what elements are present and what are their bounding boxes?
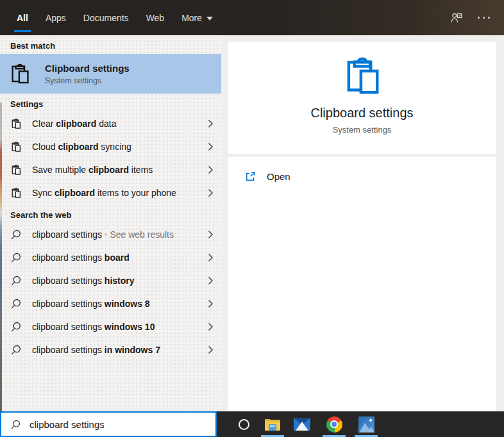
result-text-run: Sync bbox=[32, 188, 55, 198]
open-action[interactable]: Open bbox=[228, 165, 496, 188]
photos-icon bbox=[358, 416, 374, 433]
result-text: clipboard settings windows 10 bbox=[32, 322, 203, 332]
result-text: clipboard settings board bbox=[32, 252, 203, 263]
chrome-icon bbox=[326, 416, 342, 433]
result-text-run: clipboard settings bbox=[32, 229, 105, 240]
best-match-subtitle: System settings bbox=[45, 76, 130, 85]
clipboard-icon bbox=[10, 164, 22, 176]
tab-label: All bbox=[17, 13, 28, 23]
result-text-run: windows 8 bbox=[105, 299, 150, 309]
clipboard-icon bbox=[10, 187, 22, 199]
search-result-row[interactable]: clipboard settings in windows 7 bbox=[0, 338, 221, 361]
header-right bbox=[449, 0, 504, 35]
chevron-right-icon bbox=[208, 142, 214, 151]
chevron-right-icon bbox=[208, 299, 214, 308]
mail-icon bbox=[294, 418, 310, 431]
taskbar-chrome-button[interactable] bbox=[320, 411, 348, 437]
search-result-row[interactable]: Save multiple clipboard items bbox=[0, 158, 221, 181]
taskbar-photos-button[interactable] bbox=[352, 411, 380, 437]
result-text-run: clipboard bbox=[55, 188, 95, 198]
tab-documents[interactable]: Documents bbox=[83, 0, 130, 35]
chevron-right-icon bbox=[208, 230, 214, 239]
result-text-run: history bbox=[105, 276, 135, 286]
search-result-row[interactable]: Sync clipboard items to your phone bbox=[0, 181, 221, 204]
search-result-row[interactable]: clipboard settings board bbox=[0, 246, 221, 269]
result-text-run: clipboard bbox=[56, 119, 96, 129]
preview-card: Clipboard settings System settings bbox=[228, 42, 496, 154]
result-text-run: in windows 7 bbox=[105, 345, 160, 355]
result-text-run: clipboard settings bbox=[32, 345, 105, 355]
file-explorer-icon bbox=[264, 417, 281, 431]
taskbar-search-box[interactable] bbox=[0, 411, 217, 437]
best-match-title: Clipboard settings bbox=[45, 62, 130, 74]
clipboard-icon bbox=[10, 118, 22, 129]
result-text: Cloud clipboard syncing bbox=[32, 142, 203, 152]
search-icon bbox=[10, 419, 21, 430]
result-text-run: clipboard bbox=[58, 142, 98, 152]
result-text-run: Clear bbox=[32, 119, 56, 129]
preview-title: Clipboard settings bbox=[310, 106, 413, 120]
result-text-run: clipboard settings bbox=[32, 276, 105, 286]
chevron-right-icon bbox=[208, 188, 214, 197]
result-text-run: clipboard bbox=[88, 165, 129, 175]
search-icon bbox=[10, 275, 22, 286]
result-text: Save multiple clipboard items bbox=[32, 165, 203, 175]
result-text-run: syncing bbox=[98, 142, 131, 152]
best-match-row[interactable]: Clipboard settingsSystem settings bbox=[0, 54, 221, 94]
search-result-row[interactable]: clipboard settings windows 10 bbox=[0, 315, 221, 338]
search-result-row[interactable]: clipboard settings - See web results bbox=[0, 223, 221, 246]
search-icon bbox=[10, 321, 22, 333]
result-text-run: items bbox=[129, 165, 153, 175]
result-text: Sync clipboard items to your phone bbox=[32, 188, 203, 198]
chevron-right-icon bbox=[208, 165, 214, 174]
taskbar-file-explorer-button[interactable] bbox=[258, 411, 287, 437]
result-text: clipboard settings history bbox=[32, 276, 203, 286]
result-text-run: items to your phone bbox=[95, 188, 176, 198]
tab-web[interactable]: Web bbox=[146, 0, 165, 35]
result-text-run: clipboard settings bbox=[32, 252, 105, 263]
result-text: Clear clipboard data bbox=[32, 119, 203, 129]
result-text: clipboard settings in windows 7 bbox=[32, 345, 203, 355]
result-text-run: clipboard settings bbox=[32, 299, 105, 309]
chevron-right-icon bbox=[208, 253, 214, 262]
clipboard-icon bbox=[342, 54, 383, 97]
taskbar bbox=[217, 411, 504, 437]
tab-label: Web bbox=[146, 13, 165, 23]
tab-label: Documents bbox=[83, 13, 129, 23]
cortana-icon bbox=[239, 419, 249, 430]
section-header: Settings bbox=[0, 94, 221, 112]
search-result-row[interactable]: clipboard settings windows 8 bbox=[0, 292, 221, 315]
user-account-icon[interactable] bbox=[449, 11, 464, 25]
search-input[interactable] bbox=[29, 419, 215, 430]
preview-panel: Clipboard settings System settings Open bbox=[221, 35, 504, 411]
tab-more[interactable]: More bbox=[181, 0, 214, 35]
chevron-right-icon bbox=[208, 119, 214, 128]
taskbar-mail-button[interactable] bbox=[288, 411, 316, 437]
result-text: clipboard settings - See web results bbox=[32, 229, 203, 240]
clipboard-icon bbox=[9, 62, 31, 85]
clipboard-icon bbox=[10, 141, 22, 153]
result-text-run: board bbox=[105, 252, 130, 263]
result-text-run: data bbox=[96, 119, 116, 129]
section-header: Best match bbox=[0, 35, 221, 54]
result-text-run: Cloud bbox=[32, 142, 58, 152]
preview-actions: Open bbox=[228, 157, 496, 411]
search-icon bbox=[10, 252, 22, 263]
result-text-run: - See web results bbox=[105, 229, 174, 240]
open-action-label: Open bbox=[267, 171, 290, 182]
ellipsis-icon[interactable] bbox=[478, 17, 490, 19]
open-external-icon bbox=[245, 171, 256, 182]
chevron-right-icon bbox=[208, 345, 214, 354]
search-result-row[interactable]: Clear clipboard data bbox=[0, 112, 221, 135]
tab-all[interactable]: All bbox=[16, 0, 29, 35]
tab-apps[interactable]: Apps bbox=[45, 0, 67, 35]
search-result-row[interactable]: clipboard settings history bbox=[0, 269, 221, 292]
search-icon bbox=[10, 298, 22, 309]
result-text-run: Save multiple bbox=[32, 165, 88, 175]
taskbar-cortana-button[interactable] bbox=[230, 411, 258, 437]
result-text-run: windows 10 bbox=[105, 322, 155, 332]
tab-label: More bbox=[181, 13, 202, 23]
chevron-down-icon bbox=[206, 17, 213, 21]
search-result-row[interactable]: Cloud clipboard syncing bbox=[0, 135, 221, 158]
search-header: AllAppsDocumentsWebMore bbox=[0, 0, 504, 35]
